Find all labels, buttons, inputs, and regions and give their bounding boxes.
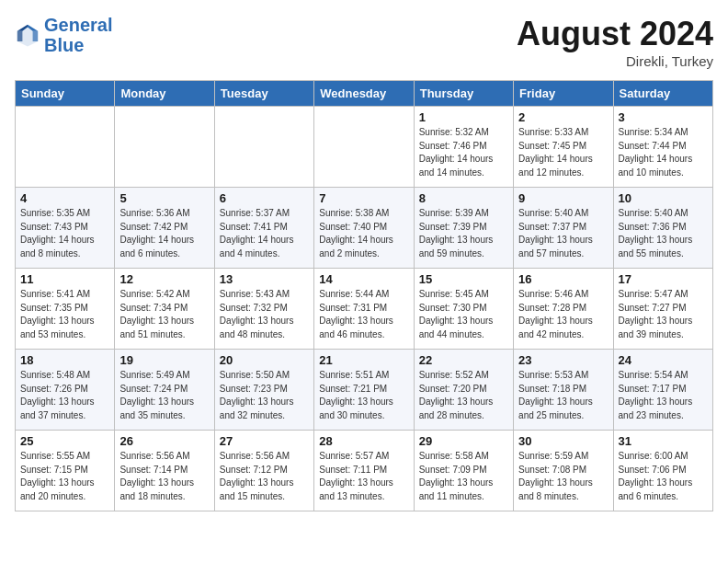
- location-label: Direkli, Turkey: [517, 53, 713, 69]
- weekday-header-saturday: Saturday: [613, 81, 712, 107]
- day-number: 4: [20, 191, 109, 205]
- day-number: 14: [319, 272, 408, 286]
- day-number: 22: [419, 353, 508, 367]
- calendar-cell: 15Sunrise: 5:45 AM Sunset: 7:30 PM Dayli…: [414, 269, 513, 350]
- calendar-cell: [314, 107, 414, 188]
- day-info: Sunrise: 5:32 AM Sunset: 7:46 PM Dayligh…: [419, 126, 508, 179]
- month-title: August 2024: [517, 15, 713, 53]
- day-number: 8: [419, 191, 508, 205]
- day-info: Sunrise: 5:43 AM Sunset: 7:32 PM Dayligh…: [220, 288, 309, 341]
- calendar-cell: 16Sunrise: 5:46 AM Sunset: 7:28 PM Dayli…: [514, 269, 613, 350]
- day-number: 30: [518, 434, 608, 448]
- day-number: 18: [20, 353, 109, 367]
- day-info: Sunrise: 5:45 AM Sunset: 7:30 PM Dayligh…: [419, 288, 508, 341]
- calendar-cell: 18Sunrise: 5:48 AM Sunset: 7:26 PM Dayli…: [16, 350, 115, 431]
- calendar-cell: [16, 107, 115, 188]
- day-number: 12: [119, 272, 209, 286]
- calendar-cell: 17Sunrise: 5:47 AM Sunset: 7:27 PM Dayli…: [613, 269, 712, 350]
- day-info: Sunrise: 6:00 AM Sunset: 7:06 PM Dayligh…: [619, 450, 708, 503]
- day-number: 1: [419, 110, 508, 124]
- logo-general: General: [44, 15, 112, 35]
- day-info: Sunrise: 5:42 AM Sunset: 7:34 PM Dayligh…: [119, 288, 209, 341]
- day-info: Sunrise: 5:56 AM Sunset: 7:14 PM Dayligh…: [119, 450, 209, 503]
- day-info: Sunrise: 5:56 AM Sunset: 7:12 PM Dayligh…: [220, 450, 309, 503]
- day-info: Sunrise: 5:39 AM Sunset: 7:39 PM Dayligh…: [419, 207, 508, 260]
- day-number: 9: [518, 191, 608, 205]
- day-info: Sunrise: 5:55 AM Sunset: 7:15 PM Dayligh…: [20, 450, 109, 503]
- day-number: 19: [119, 353, 209, 367]
- calendar-cell: 28Sunrise: 5:57 AM Sunset: 7:11 PM Dayli…: [314, 431, 414, 511]
- day-info: Sunrise: 5:41 AM Sunset: 7:35 PM Dayligh…: [20, 288, 109, 341]
- day-info: Sunrise: 5:49 AM Sunset: 7:24 PM Dayligh…: [119, 369, 209, 422]
- calendar-cell: 2Sunrise: 5:33 AM Sunset: 7:45 PM Daylig…: [514, 107, 613, 188]
- day-info: Sunrise: 5:44 AM Sunset: 7:31 PM Dayligh…: [319, 288, 408, 341]
- logo-icon: [15, 22, 40, 48]
- calendar-cell: 11Sunrise: 5:41 AM Sunset: 7:35 PM Dayli…: [16, 269, 115, 350]
- calendar-cell: 14Sunrise: 5:44 AM Sunset: 7:31 PM Dayli…: [314, 269, 414, 350]
- day-number: 28: [319, 434, 408, 448]
- calendar-cell: 22Sunrise: 5:52 AM Sunset: 7:20 PM Dayli…: [414, 350, 513, 431]
- day-info: Sunrise: 5:51 AM Sunset: 7:21 PM Dayligh…: [319, 369, 408, 422]
- day-info: Sunrise: 5:33 AM Sunset: 7:45 PM Dayligh…: [518, 126, 608, 179]
- day-number: 6: [220, 191, 309, 205]
- calendar-cell: 9Sunrise: 5:40 AM Sunset: 7:37 PM Daylig…: [514, 188, 613, 269]
- calendar-cell: 24Sunrise: 5:54 AM Sunset: 7:17 PM Dayli…: [613, 350, 712, 431]
- week-row-5: 25Sunrise: 5:55 AM Sunset: 7:15 PM Dayli…: [16, 431, 713, 511]
- weekday-header-thursday: Thursday: [414, 81, 513, 107]
- day-number: 21: [319, 353, 408, 367]
- day-info: Sunrise: 5:46 AM Sunset: 7:28 PM Dayligh…: [518, 288, 608, 341]
- day-info: Sunrise: 5:47 AM Sunset: 7:27 PM Dayligh…: [619, 288, 708, 341]
- day-info: Sunrise: 5:50 AM Sunset: 7:23 PM Dayligh…: [220, 369, 309, 422]
- calendar-cell: 20Sunrise: 5:50 AM Sunset: 7:23 PM Dayli…: [214, 350, 313, 431]
- page-header: General Blue August 2024 Direkli, Turkey: [15, 15, 713, 69]
- calendar-cell: 3Sunrise: 5:34 AM Sunset: 7:44 PM Daylig…: [613, 107, 712, 188]
- day-info: Sunrise: 5:40 AM Sunset: 7:36 PM Dayligh…: [619, 207, 708, 260]
- day-info: Sunrise: 5:34 AM Sunset: 7:44 PM Dayligh…: [619, 126, 708, 179]
- calendar-cell: 30Sunrise: 5:59 AM Sunset: 7:08 PM Dayli…: [514, 431, 613, 511]
- day-number: 3: [619, 110, 708, 124]
- calendar-cell: 25Sunrise: 5:55 AM Sunset: 7:15 PM Dayli…: [16, 431, 115, 511]
- weekday-header-friday: Friday: [514, 81, 613, 107]
- week-row-1: 1Sunrise: 5:32 AM Sunset: 7:46 PM Daylig…: [16, 107, 713, 188]
- svg-marker-4: [17, 31, 23, 41]
- day-number: 31: [619, 434, 708, 448]
- calendar-cell: [214, 107, 313, 188]
- day-info: Sunrise: 5:57 AM Sunset: 7:11 PM Dayligh…: [319, 450, 408, 503]
- day-info: Sunrise: 5:58 AM Sunset: 7:09 PM Dayligh…: [419, 450, 508, 503]
- day-number: 25: [20, 434, 109, 448]
- day-info: Sunrise: 5:38 AM Sunset: 7:40 PM Dayligh…: [319, 207, 408, 260]
- day-number: 2: [518, 110, 608, 124]
- day-info: Sunrise: 5:54 AM Sunset: 7:17 PM Dayligh…: [619, 369, 708, 422]
- calendar-cell: 4Sunrise: 5:35 AM Sunset: 7:43 PM Daylig…: [16, 188, 115, 269]
- day-number: 16: [518, 272, 608, 286]
- calendar-cell: 1Sunrise: 5:32 AM Sunset: 7:46 PM Daylig…: [414, 107, 513, 188]
- day-number: 7: [319, 191, 408, 205]
- day-info: Sunrise: 5:48 AM Sunset: 7:26 PM Dayligh…: [20, 369, 109, 422]
- day-number: 29: [419, 434, 508, 448]
- calendar-cell: 8Sunrise: 5:39 AM Sunset: 7:39 PM Daylig…: [414, 188, 513, 269]
- week-row-2: 4Sunrise: 5:35 AM Sunset: 7:43 PM Daylig…: [16, 188, 713, 269]
- day-number: 13: [220, 272, 309, 286]
- week-row-4: 18Sunrise: 5:48 AM Sunset: 7:26 PM Dayli…: [16, 350, 713, 431]
- calendar-cell: 6Sunrise: 5:37 AM Sunset: 7:41 PM Daylig…: [214, 188, 313, 269]
- calendar-cell: 12Sunrise: 5:42 AM Sunset: 7:34 PM Dayli…: [115, 269, 214, 350]
- day-number: 23: [518, 353, 608, 367]
- calendar-cell: 27Sunrise: 5:56 AM Sunset: 7:12 PM Dayli…: [214, 431, 313, 511]
- calendar-cell: 26Sunrise: 5:56 AM Sunset: 7:14 PM Dayli…: [115, 431, 214, 511]
- day-number: 17: [619, 272, 708, 286]
- day-number: 26: [119, 434, 209, 448]
- week-row-3: 11Sunrise: 5:41 AM Sunset: 7:35 PM Dayli…: [16, 269, 713, 350]
- day-number: 15: [419, 272, 508, 286]
- day-info: Sunrise: 5:35 AM Sunset: 7:43 PM Dayligh…: [20, 207, 109, 260]
- logo: General Blue: [15, 15, 112, 55]
- day-info: Sunrise: 5:52 AM Sunset: 7:20 PM Dayligh…: [419, 369, 508, 422]
- calendar-cell: 31Sunrise: 6:00 AM Sunset: 7:06 PM Dayli…: [613, 431, 712, 511]
- svg-marker-3: [33, 31, 39, 41]
- logo-blue: Blue: [44, 35, 84, 55]
- day-number: 5: [119, 191, 209, 205]
- calendar-cell: 19Sunrise: 5:49 AM Sunset: 7:24 PM Dayli…: [115, 350, 214, 431]
- weekday-header-row: SundayMondayTuesdayWednesdayThursdayFrid…: [16, 81, 713, 107]
- calendar-cell: 23Sunrise: 5:53 AM Sunset: 7:18 PM Dayli…: [514, 350, 613, 431]
- day-info: Sunrise: 5:40 AM Sunset: 7:37 PM Dayligh…: [518, 207, 608, 260]
- calendar-cell: 13Sunrise: 5:43 AM Sunset: 7:32 PM Dayli…: [214, 269, 313, 350]
